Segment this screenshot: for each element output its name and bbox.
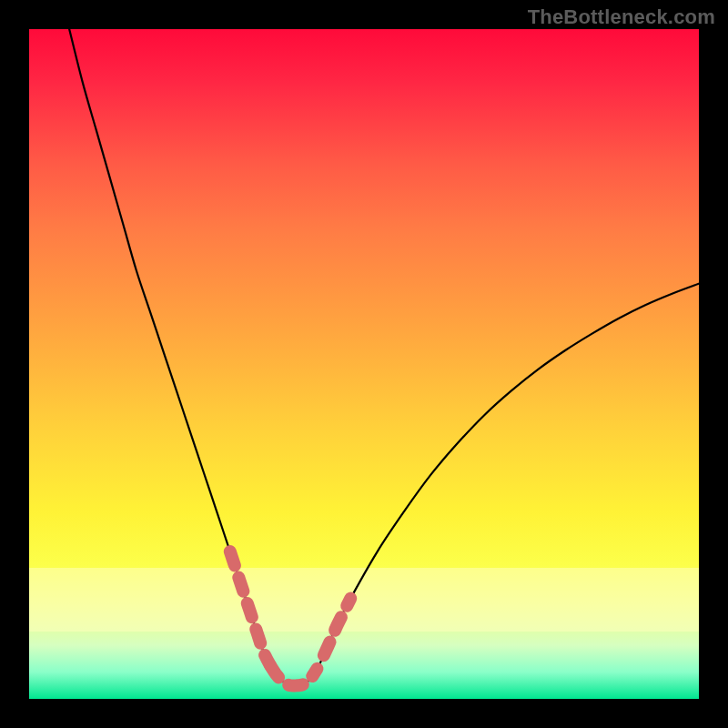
chart-frame: TheBottleneck.com	[0, 0, 728, 728]
highlight-right	[324, 599, 350, 656]
highlight-left	[230, 551, 270, 665]
curve-svg	[29, 29, 699, 699]
watermark-text: TheBottleneck.com	[528, 5, 715, 29]
bottleneck-curve	[69, 29, 699, 686]
plot-area	[29, 29, 699, 699]
highlight-bottom	[270, 665, 318, 685]
